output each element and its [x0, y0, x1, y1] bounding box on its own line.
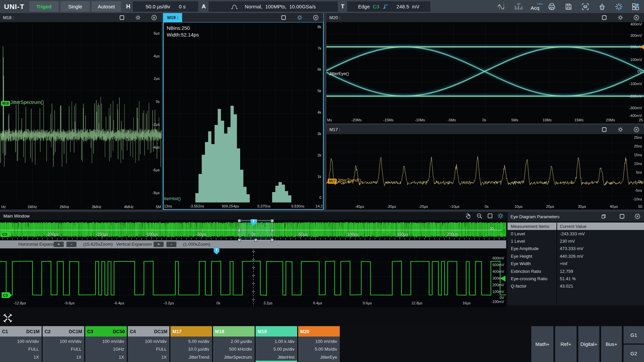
m17-settings-gear-icon[interactable] — [618, 127, 623, 132]
m20-trace-label: JitterEye() — [329, 71, 349, 76]
m19-close-icon[interactable] — [313, 15, 319, 20]
window-m20-jittereye[interactable]: M20 : JitterEye() 400mV300mV200mV100mV0V… — [326, 13, 644, 123]
m19-settings-gear-icon[interactable] — [297, 15, 303, 20]
selection-handle[interactable] — [271, 239, 274, 242]
zoom-y-tick: 100mV — [0, 290, 504, 294]
selection-handle[interactable] — [271, 229, 274, 232]
selection-handle[interactable] — [238, 239, 241, 242]
main-window-settings-gear-icon[interactable] — [497, 213, 503, 219]
vertical-expansion-minus-button[interactable]: - — [166, 242, 176, 247]
table-row[interactable]: Eye Amplitude473.333 mV — [507, 245, 644, 253]
save-button[interactable] — [560, 0, 577, 13]
fft-button[interactable]: FFT — [510, 0, 527, 13]
print-button[interactable] — [543, 0, 560, 13]
window-layout-button[interactable] — [627, 0, 644, 13]
group-button-g1[interactable]: G1 — [624, 326, 644, 344]
m20-trigger-level-marker[interactable] — [640, 45, 644, 49]
m20-settings-gear-icon[interactable] — [618, 15, 623, 20]
m17-restore-icon[interactable] — [601, 127, 607, 132]
acquire-menu-button[interactable]: Ultra Acq — [527, 0, 543, 13]
channel-card-c4[interactable]: C4DC1M100 mV/divFULL1X — [128, 326, 169, 362]
table-row[interactable]: 0 Level-243.333 mV — [507, 230, 644, 238]
autoset-button[interactable]: Autoset — [92, 1, 121, 12]
channel-setting: FULL — [128, 347, 169, 352]
eye-params-restore-icon[interactable] — [619, 214, 625, 219]
menu-button-bus[interactable]: Bus+ — [601, 326, 622, 362]
screenshot-button[interactable] — [577, 0, 594, 13]
group-button-g2[interactable]: G2 — [624, 345, 644, 362]
window-m19-jitterhist[interactable]: M19 : NBins:250 Width:52.14ps tterHist()… — [163, 13, 323, 209]
channel-card-c3[interactable]: C3DC50100 mV/div1GHz1X — [85, 326, 127, 362]
eye-params-close-icon[interactable] — [635, 214, 640, 219]
horizontal-section-label: H — [126, 3, 130, 10]
selection-handle[interactable] — [271, 219, 274, 222]
table-row[interactable] — [507, 298, 644, 305]
m19-restore-icon[interactable] — [281, 15, 286, 20]
table-row[interactable]: Extinction Ratio12.759 — [507, 267, 644, 275]
single-button[interactable]: Single — [60, 1, 90, 12]
m18-close-icon[interactable] — [151, 15, 157, 20]
selection-handle[interactable] — [254, 239, 257, 242]
zoom-channel-level-marker[interactable] — [500, 276, 505, 282]
m19-y-tick: 0 — [163, 195, 321, 199]
channel-card-c1[interactable]: C1DC1M100 mV/divFULL1X — [0, 326, 42, 362]
eye-params-export-icon[interactable] — [601, 214, 606, 219]
overview-level-marker[interactable] — [500, 228, 506, 235]
selection-handle[interactable] — [238, 229, 241, 232]
main-window-restore-icon[interactable] — [487, 213, 493, 219]
channel-card-header: C2DC1M — [43, 326, 84, 337]
m19-y-tick: 5k — [163, 89, 321, 93]
m20-restore-icon[interactable] — [601, 15, 607, 20]
channel-setting: 100 mV/div — [0, 339, 42, 344]
m20-title: M20 : — [329, 15, 340, 20]
channel-setting: 5.00 ps/div — [256, 347, 297, 352]
cursor-measure-button[interactable] — [493, 0, 510, 13]
menu-button-math[interactable]: Math+ — [531, 326, 553, 362]
table-row[interactable]: Eye Height440.326 mV — [507, 252, 644, 260]
channel-card-m17[interactable]: M175.00 ns/div10.0 µs/divJitterTrend — [170, 326, 212, 362]
zoom-out-icon[interactable] — [476, 213, 483, 219]
m19-x-tick: 5.370ns — [257, 204, 270, 208]
horizontal-expansion-minus-button[interactable]: - — [66, 242, 76, 247]
clear-button[interactable] — [594, 0, 610, 13]
horizontal-expansion-plus-button[interactable]: + — [54, 242, 64, 247]
menu-button-ref[interactable]: Ref+ — [555, 326, 577, 362]
menu-button-digital[interactable]: Digital+ — [578, 326, 599, 362]
window-m17-jittertrend[interactable]: M17 : M17 JitterTrend() 25ns20ns15ns10ns… — [326, 125, 644, 209]
m17-close-icon[interactable] — [634, 127, 639, 132]
table-row[interactable] — [507, 290, 644, 298]
m18-trace-label: JitterSpectrum() — [10, 100, 44, 105]
m18-plot-area[interactable] — [0, 22, 162, 209]
vertical-expansion-plus-button[interactable]: + — [154, 242, 164, 247]
channel-card-m20[interactable]: M20100 mV/div5.00 Ms/divJitterEye — [298, 326, 340, 362]
touch-hand-icon[interactable] — [465, 213, 472, 219]
acquire-settings-box[interactable]: Normal, 100MPts, 10.00GSa/s — [209, 1, 338, 12]
m18-restore-icon[interactable] — [119, 15, 125, 20]
m17-titlebar[interactable]: M17 : — [326, 125, 644, 134]
window-m18-jitterspectrum[interactable]: M18 : M18 JitterSpectrum() 6µs4µs2µs0s-2… — [0, 13, 162, 209]
table-row[interactable]: Eye-crossing Ratio51.41 % — [507, 275, 644, 283]
run-status-button[interactable]: Triged — [29, 1, 59, 12]
zoom-y-tick: -100mV — [0, 300, 504, 304]
table-row[interactable]: Eye Width+Inf — [507, 260, 644, 268]
horizontal-settings-box[interactable]: 50.0 µs/div 0 s — [133, 1, 198, 12]
trigger-settings-box[interactable]: Edge C3 248.5 mV — [347, 1, 430, 12]
channel-card-c2[interactable]: C2DC1M100 mV/divFULL1X — [43, 326, 84, 362]
m20-titlebar[interactable]: M20 : — [326, 13, 644, 22]
channel-card-m18[interactable]: M182.00 µs/div500 kHz/divJitterSpectrum — [213, 326, 255, 362]
table-row[interactable]: Q-factor43.021 — [507, 283, 644, 290]
channel-card-m19[interactable]: M191.00 k /div5.00 ps/divJitterHist — [256, 326, 297, 362]
settings-gear-icon[interactable] — [610, 0, 627, 13]
m19-title-tab: M19 : — [163, 13, 182, 22]
m19-y-tick: 2k — [163, 153, 321, 157]
m20-y-tick: -300mV — [326, 106, 642, 110]
m20-y-tick: 0V — [326, 69, 642, 73]
probe-cross-tool-icon[interactable] — [3, 313, 13, 323]
m20-close-icon[interactable] — [634, 15, 639, 20]
m17-trace-label: JitterTrend() — [337, 178, 361, 183]
column-current-value: Current Value — [556, 224, 586, 229]
table-row[interactable]: 1 Level230 mV — [507, 237, 644, 245]
selection-handle[interactable] — [238, 219, 241, 222]
m18-settings-gear-icon[interactable] — [135, 15, 141, 20]
measurement-item-cell: Eye-crossing Ratio — [507, 276, 556, 281]
